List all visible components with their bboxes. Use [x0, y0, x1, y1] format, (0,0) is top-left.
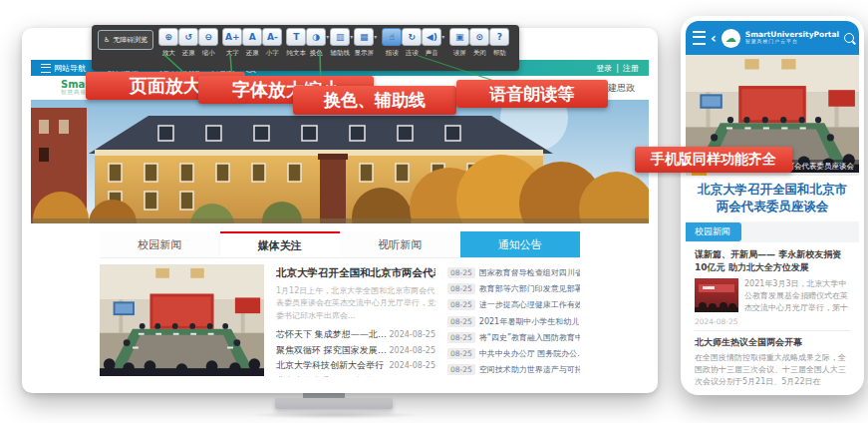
- notice-date-badge: 08-25: [447, 348, 475, 359]
- toolbar-button-continuous-read[interactable]: ↻ 连读: [402, 28, 422, 58]
- menu-icon: [41, 64, 51, 73]
- phone-headline[interactable]: 北京大学召开全国和北京市两会代表委员座谈会: [686, 176, 859, 218]
- notice-title: 国家教育督导检查组对四川省...: [479, 267, 580, 278]
- toolbar-button-font-smaller[interactable]: A- 小字: [262, 28, 282, 58]
- brand-logo-icon[interactable]: ☁: [722, 29, 740, 48]
- toolbar-button-color-scheme[interactable]: ◑ 换色: [306, 28, 326, 58]
- accessibility-entry-button[interactable]: ♿ 无障碍浏览: [98, 30, 153, 50]
- login-register-separator: |: [616, 64, 619, 73]
- zoom-out-icon: ⊖: [198, 28, 218, 46]
- toolbar-button-font-reset[interactable]: A 还原: [242, 28, 262, 58]
- notice-title: 教育部等六部门印发意见部署...: [479, 283, 580, 294]
- tab-notices[interactable]: 通知公告: [460, 231, 581, 257]
- notice-title: 空间技术助力世界遗产与可持...: [479, 364, 580, 375]
- toolbar-button-help[interactable]: ? 帮助: [489, 28, 509, 58]
- article-thumbnail: [695, 278, 738, 312]
- news-tabs: 校园新闻 媒体关注 视听新闻 通知公告: [100, 231, 580, 258]
- monitor-stand-shadow: [247, 411, 423, 419]
- screenshot-canvas: 网站导航 ✉ 校长信箱 ♿ 无障碍浏览 长者版 登录 |: [0, 0, 868, 423]
- callout-color-guides: 换色、辅助线: [293, 86, 456, 115]
- font-larger-icon: A+: [222, 28, 242, 46]
- article-title: 谋新篇、开新局—— 李永新校友捐资10亿元 助力北大全方位发展: [695, 248, 850, 275]
- notice-date-badge: 08-25: [447, 267, 475, 278]
- sound-icon: ◀): [422, 28, 441, 46]
- featured-news-summary: 1月12日上午，北京大学全国和北京市两会代表委员座谈会在英杰交流中心月光厅举行，…: [276, 285, 435, 322]
- help-icon: ?: [489, 28, 509, 46]
- back-chevron-icon[interactable]: [711, 31, 717, 45]
- util-nav-label: 网站导航: [54, 63, 86, 74]
- search-icon[interactable]: [844, 33, 854, 43]
- toolbar-button-sound[interactable]: ◀) 声音: [422, 28, 441, 58]
- notice-item[interactable]: 08-25 教育部等六部门印发意见部署...: [447, 280, 580, 296]
- conference-room-illustration: [100, 264, 264, 376]
- divider: [695, 330, 850, 331]
- news-list-item[interactable]: 北京大学科技创新大会举行 2024-08-25: [276, 358, 435, 374]
- screen-reader-icon: ▣: [449, 28, 469, 46]
- news-list-item[interactable]: 北京大学党委召开巡视整改“回头看... 2024-08-25: [276, 374, 435, 377]
- news-title: 北京大学党委召开巡视整改“回头看...: [276, 375, 390, 377]
- news-list-item[interactable]: 芯怀天下 集成梦想——北京大学成... 2024-08-25: [276, 327, 435, 343]
- chevron-down-icon[interactable]: [350, 33, 353, 58]
- news-title: 芯怀天下 集成梦想——北京大学成...: [276, 328, 390, 341]
- point-read-icon: ☝: [382, 28, 402, 46]
- notice-date-badge: 08-25: [447, 316, 475, 327]
- featured-news-photo[interactable]: [100, 264, 264, 376]
- callout-mobile-full-features: 手机版同样功能齐全: [635, 147, 792, 173]
- accessibility-entry-label: 无障碍浏览: [113, 35, 147, 45]
- login-link[interactable]: 登录: [596, 63, 612, 74]
- notice-title: 2021年暑期中小学生和幼儿: [479, 316, 579, 327]
- color-scheme-icon: ◑: [306, 28, 326, 46]
- toolbar-button-font-larger[interactable]: A+ 大字: [222, 28, 242, 58]
- toolbar-button-screen-reader[interactable]: ▣ 读屏: [449, 28, 469, 58]
- notice-item[interactable]: 08-25 将“四史”教育融入国防教育中: [447, 329, 580, 345]
- notices-column: 08-25 国家教育督导检查组对四川省... 08-25 教育部等六部门印发意见…: [443, 264, 580, 377]
- tab-campus-news[interactable]: 校园新闻: [100, 231, 220, 257]
- notice-item[interactable]: 08-25 进一步提高心理健康工作有效...: [447, 297, 580, 313]
- notice-title: 将“四史”教育融入国防教育中: [479, 332, 580, 343]
- tab-av-news[interactable]: 视听新闻: [340, 231, 460, 257]
- monitor-stand-base: [275, 398, 393, 409]
- plain-text-icon: T: [286, 28, 306, 46]
- chevron-down-icon[interactable]: [441, 33, 444, 58]
- menu-icon[interactable]: [693, 31, 706, 45]
- notice-title: 中共中央办公厅 国务院办公...: [479, 348, 580, 359]
- toolbar-button-zoom-out[interactable]: ⊖ 缩小: [198, 28, 218, 58]
- phone-screen: ☁ SmartUniversityPortal 智慧高校门户云平台: [686, 21, 859, 390]
- notice-item[interactable]: 08-25 中共中央办公厅 国务院办公...: [447, 345, 580, 361]
- notice-item[interactable]: 08-25 空间技术助力世界遗产与可持...: [447, 362, 580, 377]
- chevron-down-icon[interactable]: [326, 33, 329, 58]
- news-list-item[interactable]: 聚焦双循环 探究国家发展新格局—... 2024-08-25: [276, 343, 435, 359]
- feed-article[interactable]: 北大师生热议全国两会开幕 在全国疫情防控取得重大战略成果之际，全国政协十三届三次…: [695, 336, 850, 390]
- feed-article[interactable]: 谋新篇、开新局—— 李永新校友捐资10亿元 助力北大全方位发展: [695, 248, 850, 326]
- featured-news-title[interactable]: 北京大学召开全国和北京市两会代表委员座谈会: [276, 266, 435, 280]
- notice-date-badge: 08-25: [447, 283, 475, 294]
- news-date: 2024-08-25: [390, 330, 436, 339]
- hero-carousel-photo[interactable]: [31, 100, 649, 223]
- chevron-down-icon[interactable]: [374, 33, 377, 58]
- notice-item[interactable]: 08-25 国家教育督导检查组对四川省...: [447, 264, 580, 280]
- toolbar-button-point-read[interactable]: ☝ 指读: [382, 28, 402, 58]
- notice-item[interactable]: 08-25 2021年暑期中小学生和幼儿: [447, 313, 580, 329]
- toolbar-button-plain-text[interactable]: T 纯文本: [286, 28, 306, 58]
- phone-news-feed: 谋新篇、开新局—— 李永新校友捐资10亿元 助力北大全方位发展: [686, 246, 859, 390]
- toolbar-button-zoom-in[interactable]: ⊕ 放大: [158, 28, 178, 58]
- notice-date-badge: 08-25: [447, 364, 475, 375]
- accessibility-toolbar: ♿ 无障碍浏览 ⊕ 放大 ↺ 还原 ⊖ 缩小 A+ 大字 A: [92, 25, 519, 71]
- section-badge[interactable]: 校园新闻: [686, 222, 741, 241]
- news-title: 聚焦双循环 探究国家发展新格局—...: [276, 344, 390, 357]
- site-nav-menu[interactable]: 网站导航: [41, 63, 86, 74]
- article-summary: 2021年3月3日，北京大学中公教育发展基金捐赠仪式在英杰交流中心月光厅举行，第…: [744, 278, 850, 314]
- news-date: 2024-08-25: [390, 361, 436, 370]
- zoom-in-icon: ⊕: [158, 28, 178, 46]
- notice-title: 进一步提高心理健康工作有效...: [479, 299, 580, 310]
- toolbar-button-display-mode[interactable]: ▦ 显示屏: [354, 28, 374, 58]
- toolbar-button-guide-line[interactable]: ▥ 辅助线: [330, 28, 350, 58]
- campus-building-illustration: [31, 100, 649, 223]
- register-link[interactable]: 注册: [623, 63, 639, 74]
- phone-app-header: ☁ SmartUniversityPortal 智慧高校门户云平台: [686, 21, 859, 55]
- callout-voice-reading: 语音朗读等: [456, 80, 608, 108]
- toolbar-button-power-off[interactable]: ⊙ 关闭: [469, 28, 489, 58]
- tab-media-focus[interactable]: 媒体关注: [220, 231, 341, 257]
- toolbar-button-zoom-reset[interactable]: ↺ 还原: [178, 28, 198, 58]
- article-date: 2024-08-25: [695, 317, 850, 326]
